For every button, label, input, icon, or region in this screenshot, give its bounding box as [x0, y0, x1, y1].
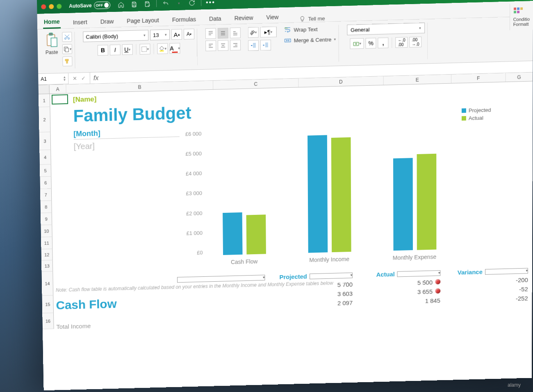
- home-icon[interactable]: [117, 0, 125, 9]
- decrease-font-button[interactable]: A▾: [184, 29, 194, 40]
- align-left-button[interactable]: [205, 40, 216, 51]
- copy-button[interactable]: ▾: [62, 44, 72, 55]
- align-middle-button[interactable]: [218, 28, 228, 39]
- filter-icon[interactable]: ▾: [177, 275, 265, 283]
- italic-button[interactable]: I: [110, 44, 121, 55]
- underline-button[interactable]: U ▾: [122, 44, 133, 55]
- increase-decimal-button[interactable]: ←.0.00: [396, 37, 408, 48]
- cancel-formula-icon[interactable]: ✕: [73, 75, 77, 82]
- tab-home[interactable]: Home: [43, 16, 61, 29]
- bold-button[interactable]: B: [98, 45, 108, 56]
- currency-button[interactable]: ▾: [350, 38, 364, 49]
- close-window-button[interactable]: [41, 4, 46, 9]
- svg-rect-7: [141, 47, 146, 52]
- save-icon[interactable]: [130, 0, 138, 9]
- align-bottom-button[interactable]: [230, 27, 241, 39]
- th-variance[interactable]: Variance: [440, 268, 483, 276]
- accept-formula-icon[interactable]: ✓: [81, 75, 86, 81]
- tab-page-layout[interactable]: Page Layout: [126, 14, 160, 27]
- number-group: General▾ ▾ % , ←.0.00 .00→.0: [344, 23, 428, 62]
- tab-insert[interactable]: Insert: [72, 16, 88, 28]
- tell-me-search[interactable]: Tell me: [299, 15, 325, 23]
- filter-icon[interactable]: ▾: [310, 272, 353, 279]
- name-box[interactable]: A1▴▾: [38, 73, 68, 85]
- th-actual[interactable]: Actual: [353, 271, 395, 278]
- autosave-toggle[interactable]: AutoSave OFF: [69, 1, 111, 10]
- border-button[interactable]: ▾: [139, 44, 150, 55]
- row-header-10[interactable]: 10: [41, 225, 52, 237]
- svg-rect-15: [520, 7, 523, 10]
- svg-rect-16: [514, 11, 516, 13]
- watermark: alamy: [508, 382, 521, 388]
- row-header-13[interactable]: 13: [41, 260, 53, 272]
- alignment-group: ab▾ ▸¶ ▾ abc Wrap Text Merge: [203, 25, 339, 65]
- select-all-corner[interactable]: [39, 85, 50, 94]
- number-format-select[interactable]: General▾: [347, 23, 425, 35]
- redo-icon[interactable]: [188, 0, 196, 7]
- fill-color-button[interactable]: ▾: [157, 43, 168, 54]
- align-right-button[interactable]: [230, 40, 241, 51]
- maximize-window-button[interactable]: [57, 4, 61, 9]
- row-header-6[interactable]: 6: [40, 177, 52, 189]
- align-top-button[interactable]: [205, 28, 216, 39]
- col-header-f[interactable]: F: [451, 73, 506, 83]
- percent-button[interactable]: %: [366, 38, 376, 49]
- merge-centre-label: Merge & Centre: [294, 36, 332, 43]
- spreadsheet-grid[interactable]: A B C D E F G 12345678910111213141516 [N…: [39, 73, 533, 391]
- undo-icon[interactable]: [162, 0, 170, 8]
- row-header-3[interactable]: 3: [39, 132, 51, 150]
- row-header-7[interactable]: 7: [40, 189, 52, 201]
- row-header-5[interactable]: 5: [40, 164, 51, 177]
- col-header-e[interactable]: E: [384, 75, 451, 85]
- row-header-11[interactable]: 11: [41, 237, 52, 249]
- month-placeholder-cell[interactable]: [Month]: [73, 127, 180, 139]
- row-header-1[interactable]: 1: [39, 94, 50, 107]
- font-color-button[interactable]: A▾: [169, 43, 180, 54]
- col-header-g[interactable]: G: [506, 73, 533, 82]
- row-header-9[interactable]: 9: [41, 213, 52, 225]
- wrap-text-button[interactable]: abc Wrap Text: [284, 25, 336, 34]
- svg-rect-13: [514, 7, 516, 10]
- tab-data[interactable]: Data: [208, 13, 222, 25]
- row-header-2[interactable]: 2: [39, 107, 51, 132]
- row-header-8[interactable]: 8: [41, 201, 52, 213]
- save-as-icon[interactable]: [143, 0, 151, 8]
- cut-button[interactable]: [62, 32, 72, 42]
- tab-draw[interactable]: Draw: [100, 16, 115, 27]
- row-header-15[interactable]: 15: [42, 296, 54, 314]
- increase-font-button[interactable]: A▴: [171, 29, 182, 40]
- minimize-window-button[interactable]: [49, 4, 54, 9]
- font-size-select[interactable]: 13▾: [150, 29, 170, 40]
- fx-label[interactable]: fx: [90, 74, 102, 82]
- merge-centre-button[interactable]: Merge & Centre▾: [284, 36, 336, 44]
- undo-dropdown-icon[interactable]: ▾: [175, 0, 183, 7]
- total-income-label[interactable]: Total Income: [56, 322, 91, 330]
- align-center-button[interactable]: [218, 40, 228, 51]
- paste-button[interactable]: Paste: [45, 32, 58, 56]
- svg-rect-17: [517, 11, 519, 13]
- increase-indent-button[interactable]: [260, 40, 271, 51]
- row-header-14[interactable]: 14: [42, 271, 54, 296]
- col-header-a[interactable]: A: [49, 84, 66, 93]
- tab-view[interactable]: View: [265, 11, 279, 23]
- font-name-select[interactable]: Calibri (Body)▾: [83, 30, 148, 42]
- comma-button[interactable]: ,: [378, 37, 389, 48]
- decrease-decimal-button[interactable]: .00→.0: [410, 36, 422, 48]
- tab-formulas[interactable]: Formulas: [171, 14, 197, 26]
- filter-icon[interactable]: ▾: [397, 270, 440, 277]
- text-direction-button[interactable]: ▸¶ ▾: [260, 27, 277, 38]
- more-icon[interactable]: •••: [206, 0, 214, 7]
- budget-chart[interactable]: Projected Actual £0£1 000£2 000£3 000£4 …: [173, 115, 491, 272]
- decrease-indent-button[interactable]: [248, 40, 259, 51]
- orientation-button[interactable]: ab▾: [248, 27, 259, 38]
- conditional-formatting-button[interactable]: Conditio Formatt: [510, 3, 533, 30]
- row-header-12[interactable]: 12: [41, 249, 53, 260]
- bar-cash-flow-projected: [223, 212, 242, 255]
- filter-icon[interactable]: ▾: [485, 268, 528, 274]
- th-projected[interactable]: Projected: [265, 273, 307, 281]
- legend-projected: Projected: [469, 107, 491, 114]
- row-header-16[interactable]: 16: [42, 313, 54, 329]
- format-painter-button[interactable]: [62, 56, 72, 66]
- tab-review[interactable]: Review: [233, 12, 254, 24]
- row-header-4[interactable]: 4: [39, 150, 51, 165]
